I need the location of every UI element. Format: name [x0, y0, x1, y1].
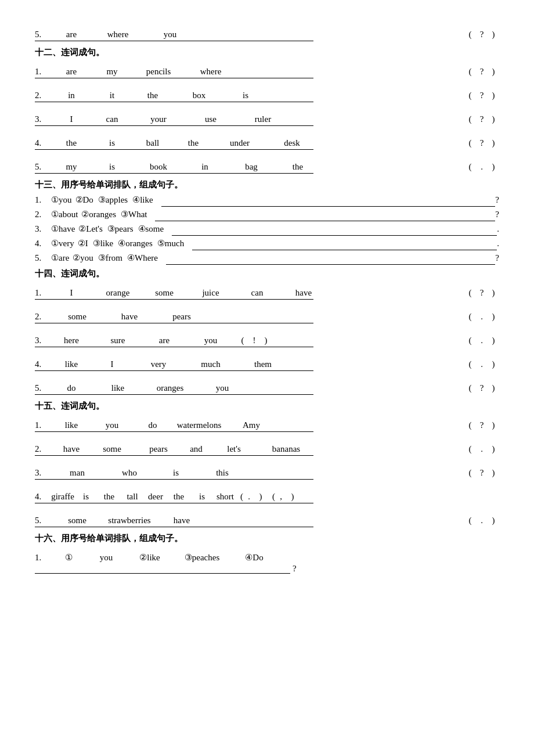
seq-item: ③like	[93, 238, 114, 249]
line-num: 2.	[35, 91, 51, 100]
word: box	[173, 91, 225, 100]
seq-item: ⑤much	[157, 238, 184, 249]
word: tall	[121, 492, 144, 502]
paren: (	[464, 420, 476, 430]
end-mark: ?	[293, 564, 297, 574]
paren: )	[488, 288, 499, 298]
word: bananas	[260, 444, 312, 454]
end-mark: ?	[495, 210, 499, 219]
word: ruler	[237, 114, 289, 124]
s12-line-5: 5. my is book in bag the ( . )	[35, 156, 499, 172]
paren: ?	[476, 420, 488, 430]
word: can	[237, 288, 277, 298]
line-num: 5.	[35, 516, 51, 525]
word: are	[51, 67, 92, 77]
word: I	[51, 114, 92, 124]
word: are	[51, 30, 92, 39]
paren: .	[476, 444, 488, 454]
seq-item: ①about	[51, 209, 78, 219]
word: oranges	[144, 383, 196, 393]
paren: !	[248, 336, 260, 345]
seq-item: ①are	[51, 253, 69, 263]
paren: .	[476, 336, 488, 345]
seq-item: ④Do	[231, 552, 277, 563]
seq-item: ③What	[121, 209, 147, 219]
word: under	[214, 138, 266, 148]
word: them	[237, 359, 289, 369]
word: you	[185, 336, 237, 345]
word: is	[190, 492, 214, 502]
end-mark: .	[497, 239, 499, 249]
paren: ?	[476, 383, 488, 393]
word: orange	[92, 288, 144, 298]
paren: )	[488, 138, 499, 148]
seq-item: ①you	[51, 195, 72, 205]
word: let's	[208, 444, 260, 454]
end-mark: ?	[495, 195, 499, 205]
s12-line-3: 3. I can your use ruler ( ? )	[35, 108, 499, 124]
word: deer	[144, 492, 167, 502]
line-num: 3.	[35, 224, 51, 234]
paren: )	[488, 383, 499, 393]
line-num: 4.	[35, 138, 51, 148]
seq-item: ③pears	[107, 224, 134, 234]
line-num: 2.	[35, 210, 51, 219]
word: juice	[185, 288, 237, 298]
paren: ?	[476, 91, 488, 100]
line-num: 5.	[35, 383, 51, 393]
word: like	[51, 359, 92, 369]
word: have	[156, 516, 208, 525]
word: strawberries	[103, 516, 156, 525]
line-num: 5.	[35, 253, 51, 263]
word: some	[92, 444, 132, 454]
paren: (	[464, 336, 476, 345]
word: my	[51, 162, 92, 172]
paren: .	[476, 312, 488, 322]
paren: )	[488, 420, 499, 430]
word: is	[225, 91, 266, 100]
paren: (	[464, 91, 476, 100]
word: your	[132, 114, 185, 124]
seq-item: ①very	[51, 238, 74, 249]
word: you	[144, 30, 196, 39]
word: in	[51, 91, 92, 100]
word: do	[132, 420, 173, 430]
s12-line-1: 1. are my pencils where ( ? )	[35, 60, 499, 77]
s13-line-4: 4. ①very ②I ③like ④oranges ⑤much .	[35, 236, 499, 250]
seq-item: ④Where	[127, 253, 158, 263]
word: my	[92, 67, 132, 77]
section-16-title: 十六、用序号给单词排队，组成句子。	[35, 533, 499, 544]
section-12-title: 十二、连词成句。	[35, 47, 499, 58]
paren: )	[488, 91, 499, 100]
answer-blank	[172, 235, 497, 236]
paren: (	[237, 336, 248, 345]
s15-line-3: 3. man who is this ( ? )	[35, 462, 499, 478]
pre-line-5: 5. are where you ( ? )	[35, 23, 499, 39]
seq-item: ③peaches	[173, 552, 231, 563]
word: the	[132, 91, 173, 100]
line-num: 3.	[35, 336, 51, 345]
paren: (	[464, 312, 476, 322]
answer-blank	[161, 206, 496, 207]
word: short	[214, 492, 237, 502]
word: you	[196, 383, 248, 393]
paren: )	[488, 516, 499, 525]
word: the	[173, 138, 214, 148]
paren: .	[476, 516, 488, 525]
paren: (	[464, 30, 476, 39]
answer-blank	[192, 250, 497, 250]
paren: ?	[476, 288, 488, 298]
seq-item: ②oranges	[81, 209, 116, 219]
paren: )	[488, 30, 499, 39]
seq-item: ④oranges	[118, 238, 153, 249]
paren: )	[488, 114, 499, 124]
line-num: 2.	[35, 444, 51, 454]
word: and	[185, 444, 208, 454]
section-15-title: 十五、连词成句。	[35, 401, 499, 412]
paren: ?	[476, 114, 488, 124]
word: is	[92, 138, 132, 148]
word: here	[51, 336, 92, 345]
line-num: 3.	[35, 114, 51, 124]
word: this	[196, 468, 248, 478]
line-num: 1.	[35, 553, 51, 563]
